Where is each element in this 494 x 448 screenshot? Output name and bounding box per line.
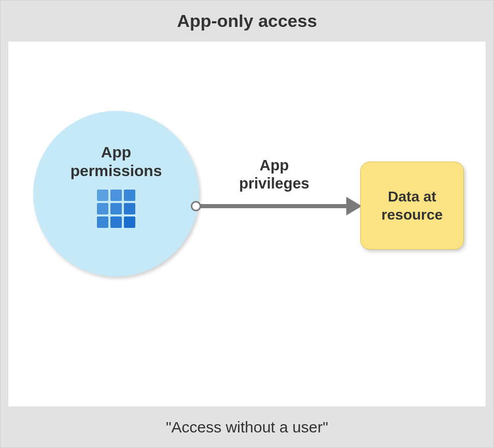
diagram-title: App-only access: [177, 11, 317, 31]
app-permissions-node: App permissions: [33, 111, 199, 277]
arrow-origin-circle-icon: [191, 201, 201, 211]
app-grid-icon: [97, 190, 135, 228]
app-permissions-label: App permissions: [70, 143, 162, 180]
data-at-resource-label: Data at resource: [382, 187, 443, 224]
data-at-resource-node: Data at resource: [360, 162, 464, 250]
footer-bar: "Access without a user": [1, 407, 493, 447]
edge-label: App privileges: [209, 156, 339, 193]
diagram-subtitle: "Access without a user": [166, 418, 328, 436]
arrow-line: [200, 204, 350, 208]
arrow-head-icon: [346, 197, 362, 215]
edge-arrow: [191, 200, 366, 212]
diagram-frame: App-only access App permissions App priv…: [0, 0, 494, 448]
diagram-canvas: App permissions App privileges Data at r…: [8, 41, 486, 407]
title-bar: App-only access: [1, 1, 493, 41]
